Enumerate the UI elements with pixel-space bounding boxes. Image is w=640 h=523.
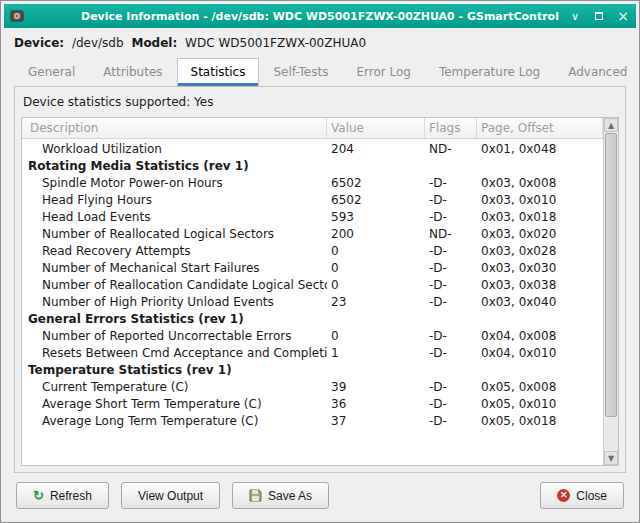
refresh-button-label: Refresh [50, 489, 92, 503]
cell-po: 0x03, 0x028 [477, 241, 603, 258]
cell-po: 0x03, 0x008 [477, 173, 603, 190]
device-value: /dev/sdb [72, 36, 124, 50]
scrollbar-thumb[interactable] [605, 133, 617, 417]
header-page-offset[interactable]: Page, Offset [477, 118, 603, 138]
close-icon: ✕ [557, 489, 570, 502]
window-controls: ∨ × [568, 9, 630, 23]
cell-flags: -D- [425, 377, 477, 394]
save-as-button-label: Save As [268, 489, 312, 503]
cell-po: 0x03, 0x010 [477, 190, 603, 207]
cell-desc: Average Long Term Temperature (C) [22, 411, 327, 428]
close-window-button[interactable]: × [616, 9, 630, 23]
stats-data-row[interactable]: Number of Reallocated Logical Sectors200… [22, 224, 603, 241]
cell-flags: ND- [425, 139, 477, 156]
tab-advanced[interactable]: Advanced [554, 58, 640, 86]
stats-data-row[interactable]: Head Flying Hours6502-D-0x03, 0x010 [22, 190, 603, 207]
header-value[interactable]: Value [327, 118, 425, 138]
stats-data-row[interactable]: Number of High Priority Unload Events23-… [22, 292, 603, 309]
stats-data-row[interactable]: Spindle Motor Power-on Hours6502-D-0x03,… [22, 173, 603, 190]
vertical-scrollbar[interactable]: ▲ ▼ [603, 118, 618, 465]
cell-desc: General Errors Statistics (rev 1) [22, 309, 327, 326]
window-title: Device Information - /dev/sdb: WDC WD500… [4, 10, 636, 23]
cell-po: 0x05, 0x010 [477, 394, 603, 411]
statistics-table-main: Description Value Flags Page, Offset Wor… [22, 118, 603, 465]
cell-value [327, 309, 425, 326]
titlebar[interactable]: Device Information - /dev/sdb: WDC WD500… [4, 4, 636, 28]
stats-section-row[interactable]: Temperature Statistics (rev 1) [22, 360, 603, 377]
cell-flags: -D- [425, 394, 477, 411]
cell-value: 36 [327, 394, 425, 411]
cell-desc: Head Flying Hours [22, 190, 327, 207]
cell-flags: -D- [425, 207, 477, 224]
cell-desc: Number of Reallocated Logical Sectors [22, 224, 327, 241]
stats-table-body: Workload Utilization204ND-0x01, 0x048Rot… [22, 139, 603, 428]
statistics-panel: Device statistics supported: Yes Descrip… [14, 86, 626, 473]
tab-attributes[interactable]: Attributes [89, 58, 176, 86]
shade-button[interactable]: ∨ [568, 9, 582, 23]
cell-po: 0x04, 0x010 [477, 343, 603, 360]
save-icon [249, 489, 262, 502]
cell-desc: Current Temperature (C) [22, 377, 327, 394]
stats-section-row[interactable]: Rotating Media Statistics (rev 1) [22, 156, 603, 173]
header-flags[interactable]: Flags [425, 118, 477, 138]
stats-data-row[interactable]: Number of Reallocation Candidate Logical… [22, 275, 603, 292]
close-button[interactable]: ✕ Close [540, 482, 624, 509]
stats-data-row[interactable]: Current Temperature (C)39-D-0x05, 0x008 [22, 377, 603, 394]
view-output-button-label: View Output [138, 489, 203, 503]
stats-data-row[interactable]: Workload Utilization204ND-0x01, 0x048 [22, 139, 603, 156]
tab-error-log[interactable]: Error Log [342, 58, 425, 86]
scroll-up-arrow-icon[interactable]: ▲ [604, 118, 618, 132]
cell-desc: Number of Reallocation Candidate Logical… [22, 275, 327, 292]
table-header-row: Description Value Flags Page, Offset [22, 118, 603, 139]
cell-value: 1 [327, 343, 425, 360]
header-description[interactable]: Description [22, 118, 327, 138]
save-as-button[interactable]: Save As [232, 482, 329, 509]
cell-flags: -D- [425, 411, 477, 428]
stats-data-row[interactable]: Average Long Term Temperature (C)37-D-0x… [22, 411, 603, 428]
cell-value: 0 [327, 241, 425, 258]
cell-desc: Number of Mechanical Start Failures [22, 258, 327, 275]
maximize-button[interactable] [592, 9, 606, 23]
tab-temperature-log[interactable]: Temperature Log [425, 58, 554, 86]
tab-general[interactable]: General [14, 58, 89, 86]
maximize-icon [595, 12, 603, 20]
cell-value: 23 [327, 292, 425, 309]
stats-data-row[interactable]: Number of Reported Uncorrectable Errors0… [22, 326, 603, 343]
scroll-down-arrow-icon[interactable]: ▼ [604, 451, 618, 465]
footer-button-bar: ↻ Refresh View Output Save As ✕ Close [4, 473, 636, 519]
cell-flags: -D- [425, 326, 477, 343]
cell-po [477, 309, 603, 326]
stats-data-row[interactable]: Number of Mechanical Start Failures0-D-0… [22, 258, 603, 275]
cell-po: 0x03, 0x018 [477, 207, 603, 224]
stats-data-row[interactable]: Head Load Events593-D-0x03, 0x018 [22, 207, 603, 224]
cell-desc: Resets Between Cmd Acceptance and Comple… [22, 343, 327, 360]
cell-desc: Head Load Events [22, 207, 327, 224]
cell-po: 0x05, 0x018 [477, 411, 603, 428]
stats-data-row[interactable]: Resets Between Cmd Acceptance and Comple… [22, 343, 603, 360]
cell-flags [425, 156, 477, 173]
cell-desc: Spindle Motor Power-on Hours [22, 173, 327, 190]
cell-flags: -D- [425, 190, 477, 207]
stats-data-row[interactable]: Read Recovery Attempts0-D-0x03, 0x028 [22, 241, 603, 258]
cell-value [327, 156, 425, 173]
stats-section-row[interactable]: General Errors Statistics (rev 1) [22, 309, 603, 326]
cell-desc: Average Short Term Temperature (C) [22, 394, 327, 411]
close-button-label: Close [576, 489, 607, 503]
cell-value: 6502 [327, 173, 425, 190]
cell-po: 0x05, 0x008 [477, 377, 603, 394]
supported-status-text: Device statistics supported: Yes [21, 93, 619, 117]
device-information-window: Device Information - /dev/sdb: WDC WD500… [0, 0, 640, 523]
tab-statistics[interactable]: Statistics [177, 58, 260, 86]
cell-po: 0x03, 0x038 [477, 275, 603, 292]
cell-flags: ND- [425, 224, 477, 241]
view-output-button[interactable]: View Output [121, 482, 220, 509]
refresh-button[interactable]: ↻ Refresh [16, 482, 109, 509]
cell-po: 0x03, 0x040 [477, 292, 603, 309]
cell-po [477, 156, 603, 173]
cell-desc: Temperature Statistics (rev 1) [22, 360, 327, 377]
tab-self-tests[interactable]: Self-Tests [259, 58, 342, 86]
stats-data-row[interactable]: Average Short Term Temperature (C)36-D-0… [22, 394, 603, 411]
cell-flags: -D- [425, 275, 477, 292]
device-label: Device: [14, 36, 64, 50]
cell-desc: Number of Reported Uncorrectable Errors [22, 326, 327, 343]
